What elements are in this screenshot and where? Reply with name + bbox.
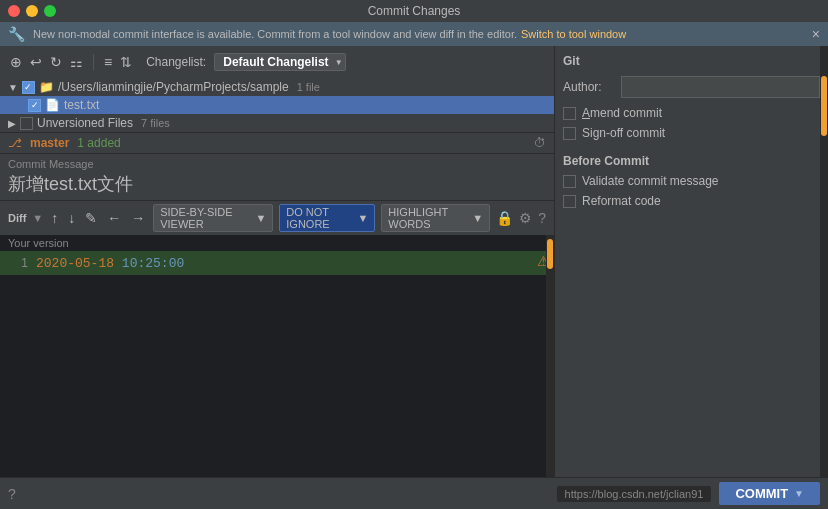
diff-edit-icon[interactable]: ✎ — [83, 208, 99, 228]
commit-message-section: Commit Message 新增test.txt文件 — [0, 153, 554, 200]
unversioned-expand-icon: ▶ — [8, 118, 16, 129]
amend-underline: A — [582, 106, 590, 120]
changelist-value: Default Changelist — [223, 55, 328, 69]
commit-button[interactable]: COMMIT ▼ — [719, 482, 820, 505]
notification-banner: 🔧 New non-modal commit interface is avai… — [0, 22, 828, 46]
root-checkbox[interactable]: ✓ — [22, 81, 35, 94]
changelist-dropdown[interactable]: Default Changelist ▼ — [214, 53, 345, 71]
unversioned-count: 7 files — [141, 117, 170, 129]
author-label: Author: — [563, 80, 613, 94]
banner-text: New non-modal commit interface is availa… — [33, 28, 517, 40]
unversioned-checkbox[interactable] — [20, 117, 33, 130]
sort-icon[interactable]: ≡ — [102, 52, 114, 72]
settings-icon[interactable]: ⚙ — [519, 210, 532, 226]
maximize-button[interactable] — [44, 5, 56, 17]
separator — [93, 54, 94, 70]
minimize-button[interactable] — [26, 5, 38, 17]
diff-line-1: 1 2020-05-18 10:25:00 — [0, 251, 554, 275]
reformat-code-checkbox[interactable] — [563, 195, 576, 208]
lock-icon[interactable]: 🔒 — [496, 210, 513, 226]
right-panel-scrollbar[interactable] — [820, 46, 828, 477]
unversioned-files-row[interactable]: ▶ Unversioned Files 7 files — [0, 114, 554, 132]
diff-collapse-icon[interactable]: ▼ — [32, 212, 43, 224]
git-section-title: Git — [563, 54, 820, 68]
file-checkbox[interactable]: ✓ — [28, 99, 41, 112]
side-by-side-label: SIDE-BY-SIDE VIEWER — [160, 206, 253, 230]
expand-arrow-icon: ▼ — [8, 82, 18, 93]
tree-root-item[interactable]: ▼ ✓ 📁 /Users/lianmingjie/PycharmProjects… — [0, 78, 554, 96]
diff-content: Your version 1 2020-05-18 10:25:00 ⚠ — [0, 235, 554, 477]
highlight-words-arrow-icon: ▼ — [472, 212, 483, 224]
banner-close-button[interactable]: × — [812, 26, 820, 42]
validate-commit-label: Validate commit message — [582, 174, 719, 188]
info-icon: 🔧 — [8, 26, 25, 42]
your-version-label: Your version — [0, 235, 554, 251]
author-input[interactable] — [621, 76, 820, 98]
amend-commit-checkbox[interactable] — [563, 107, 576, 120]
text-file-icon: 📄 — [45, 98, 60, 112]
validate-commit-checkbox[interactable] — [563, 175, 576, 188]
do-not-ignore-label: DO NOT IGNORE — [286, 206, 355, 230]
signoff-commit-checkbox[interactable] — [563, 127, 576, 140]
commit-dropdown-arrow-icon[interactable]: ▼ — [794, 488, 804, 499]
reformat-code-row[interactable]: Reformat code — [563, 194, 820, 208]
branch-name: master — [30, 136, 69, 150]
signoff-commit-row[interactable]: Sign-off commit — [563, 126, 820, 140]
amend-commit-label: Amend commit — [582, 106, 662, 120]
traffic-lights — [8, 5, 56, 17]
diff-line-wrapper: 1 2020-05-18 10:25:00 ⚠ — [0, 251, 554, 275]
diff-scrollbar[interactable] — [546, 235, 554, 477]
file-tree: ▼ ✓ 📁 /Users/lianmingjie/PycharmProjects… — [0, 78, 554, 132]
root-file-count: 1 file — [297, 81, 320, 93]
diff-time: 10:25:00 — [122, 256, 184, 271]
diff-down-icon[interactable]: ↓ — [66, 208, 77, 228]
commit-message-text[interactable]: 新增test.txt文件 — [8, 172, 546, 196]
file-name-label: test.txt — [64, 98, 99, 112]
do-not-ignore-arrow-icon: ▼ — [357, 212, 368, 224]
branch-icon: ⎇ — [8, 136, 22, 150]
add-icon[interactable]: ⊕ — [8, 52, 24, 72]
side-viewer-arrow-icon: ▼ — [255, 212, 266, 224]
window-title: Commit Changes — [368, 4, 461, 18]
switch-to-tool-window-link[interactable]: Switch to tool window — [521, 28, 626, 40]
help-button[interactable]: ? — [8, 486, 16, 502]
do-not-ignore-button[interactable]: DO NOT IGNORE ▼ — [279, 204, 375, 232]
highlight-words-button[interactable]: HIGHLIGHT WORDS ▼ — [381, 204, 490, 232]
filter-icon[interactable]: ⇅ — [118, 52, 134, 72]
help-diff-icon[interactable]: ? — [538, 210, 546, 226]
dropdown-arrow-icon: ▼ — [335, 58, 343, 67]
diff-line-content-1: 2020-05-18 10:25:00 — [36, 256, 184, 271]
title-bar: Commit Changes — [0, 0, 828, 22]
toolbar: ⊕ ↩ ↻ ⚏ ≡ ⇅ Changelist: Default Changeli… — [0, 46, 554, 78]
commit-message-label: Commit Message — [8, 158, 546, 170]
diff-up-icon[interactable]: ↑ — [49, 208, 60, 228]
folder-icon: 📁 — [39, 80, 54, 94]
diff-forward-icon[interactable]: → — [129, 208, 147, 228]
signoff-commit-label: Sign-off commit — [582, 126, 665, 140]
refresh-icon[interactable]: ↻ — [48, 52, 64, 72]
diff-back-icon[interactable]: ← — [105, 208, 123, 228]
side-by-side-viewer-button[interactable]: SIDE-BY-SIDE VIEWER ▼ — [153, 204, 273, 232]
right-panel-scrollbar-thumb — [821, 76, 827, 136]
highlight-words-label: HIGHLIGHT WORDS — [388, 206, 470, 230]
validate-commit-row[interactable]: Validate commit message — [563, 174, 820, 188]
right-panel: Git Author: Amend commit Sign-off commit… — [555, 46, 828, 477]
amend-commit-row[interactable]: Amend commit — [563, 106, 820, 120]
timer-icon: ⏱ — [534, 136, 546, 150]
left-panel: ⊕ ↩ ↻ ⚏ ≡ ⇅ Changelist: Default Changeli… — [0, 46, 555, 477]
status-bar: ⎇ master 1 added ⏱ — [0, 132, 554, 153]
changelist-label: Changelist: — [146, 55, 206, 69]
commit-label: COMMIT — [735, 486, 788, 501]
unversioned-label: Unversioned Files — [37, 116, 133, 130]
diff-date: 2020-05-18 — [36, 256, 114, 271]
close-button[interactable] — [8, 5, 20, 17]
file-item-test-txt[interactable]: ✓ 📄 test.txt — [0, 96, 554, 114]
group-icon[interactable]: ⚏ — [68, 52, 85, 72]
diff-section: Diff ▼ ↑ ↓ ✎ ← → SIDE-BY-SIDE VIEWER ▼ D… — [0, 200, 554, 477]
root-path-label: /Users/lianmingjie/PycharmProjects/sampl… — [58, 80, 289, 94]
diff-title: Diff — [8, 212, 26, 224]
undo-icon[interactable]: ↩ — [28, 52, 44, 72]
url-preview: https://blog.csdn.net/jclian91 — [557, 486, 712, 502]
author-field: Author: — [563, 76, 820, 98]
reformat-code-label: Reformat code — [582, 194, 661, 208]
